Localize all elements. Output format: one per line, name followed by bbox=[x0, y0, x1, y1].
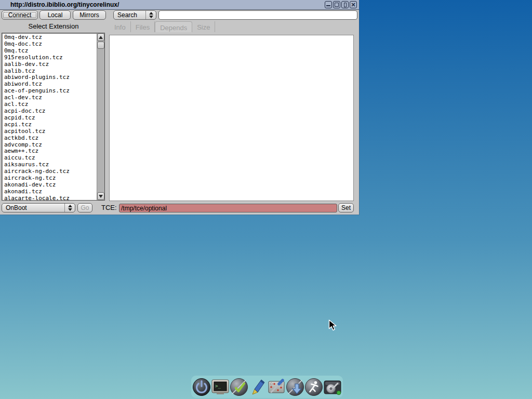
tce-path-input[interactable] bbox=[119, 204, 337, 212]
appbrowser-window: http://distro.ibiblio.org/tinycorelinux/… bbox=[0, 0, 359, 215]
go-button[interactable]: Go bbox=[77, 203, 92, 212]
choice-updown-icon bbox=[145, 11, 156, 19]
window-controls: ✕ bbox=[325, 1, 357, 8]
scroll-down-icon bbox=[99, 195, 103, 198]
list-item[interactable]: actkbd.tcz bbox=[4, 135, 97, 142]
minimize-icon bbox=[326, 5, 330, 6]
shade-icon bbox=[344, 3, 347, 7]
select-extension-header: Select Extension bbox=[0, 21, 107, 32]
search-input[interactable] bbox=[158, 10, 357, 20]
extension-listbox: 0mq-dev.tcz0mq-doc.tcz0mq.tcz915resoluti… bbox=[2, 33, 105, 201]
tce-label: TCE: bbox=[101, 203, 117, 212]
minimize-button[interactable] bbox=[325, 1, 332, 8]
list-item[interactable]: acpi.tcz bbox=[4, 122, 97, 128]
maximize-button[interactable] bbox=[333, 1, 340, 8]
extension-list: 0mq-dev.tcz0mq-doc.tcz0mq.tcz915resoluti… bbox=[2, 33, 97, 200]
onboot-choice[interactable]: OnBoot bbox=[2, 203, 75, 212]
apps-check-icon[interactable] bbox=[230, 377, 248, 397]
mouse-cursor bbox=[328, 320, 338, 332]
list-item[interactable]: acpi-doc.tcz bbox=[4, 108, 97, 115]
choice-updown-icon bbox=[64, 204, 75, 212]
list-item[interactable]: 915resolution.tcz bbox=[4, 55, 97, 61]
search-mode-label: Search bbox=[114, 11, 145, 19]
connect-button[interactable]: Connect bbox=[2, 10, 38, 20]
scroll-up-button[interactable] bbox=[97, 33, 104, 41]
list-item[interactable]: 0mq-dev.tcz bbox=[4, 34, 97, 41]
list-item[interactable]: akonadi.tcz bbox=[4, 189, 97, 195]
editor-pen-icon[interactable] bbox=[248, 377, 267, 397]
list-item[interactable]: 0mq-doc.tcz bbox=[4, 41, 97, 48]
shade-button[interactable] bbox=[341, 1, 349, 8]
mirrors-button[interactable]: Mirrors bbox=[73, 10, 106, 20]
svg-text:>_: >_ bbox=[215, 383, 221, 389]
backup-drive-icon[interactable] bbox=[323, 377, 342, 397]
tab-info[interactable]: Info bbox=[110, 21, 131, 32]
terminal-icon[interactable]: >_ bbox=[211, 377, 230, 397]
dock: >_ bbox=[191, 376, 343, 398]
close-button[interactable]: ✕ bbox=[350, 1, 357, 8]
list-item[interactable]: akonadi-dev.tcz bbox=[4, 182, 97, 189]
detail-content-area bbox=[109, 35, 354, 201]
titlebar[interactable]: http://distro.ibiblio.org/tinycorelinux/… bbox=[0, 0, 359, 10]
tab-files[interactable]: Files bbox=[131, 21, 155, 32]
local-button[interactable]: Local bbox=[39, 10, 71, 20]
maximize-icon bbox=[335, 3, 339, 7]
scroll-down-button[interactable] bbox=[97, 192, 104, 200]
list-item[interactable]: acpitool.tcz bbox=[4, 128, 97, 135]
scrollbar-thumb[interactable] bbox=[97, 42, 104, 49]
list-item[interactable]: 0mq.tcz bbox=[4, 48, 97, 55]
close-icon: ✕ bbox=[351, 2, 355, 8]
tab-depends[interactable]: Depends bbox=[155, 21, 192, 32]
mount-icon[interactable] bbox=[286, 377, 304, 397]
set-button[interactable]: Set bbox=[338, 203, 354, 212]
list-item[interactable]: aircrack-ng.tcz bbox=[4, 175, 97, 182]
list-item[interactable]: acpid.tcz bbox=[4, 115, 97, 122]
tab-size[interactable]: Size bbox=[192, 21, 215, 32]
list-item[interactable]: alacarte-locale.tcz bbox=[4, 195, 97, 201]
power-icon[interactable] bbox=[192, 377, 211, 397]
scroll-up-icon bbox=[99, 36, 103, 39]
window-title: http://distro.ibiblio.org/tinycorelinux/ bbox=[0, 1, 119, 8]
list-scrollbar[interactable] bbox=[97, 33, 104, 200]
onboot-label: OnBoot bbox=[2, 204, 64, 211]
list-item[interactable]: aalib-dev.tcz bbox=[4, 61, 97, 68]
control-panel-icon[interactable] bbox=[267, 377, 286, 397]
detail-tabs: Info Files Depends Size bbox=[110, 21, 215, 32]
search-mode-choice[interactable]: Search bbox=[113, 10, 156, 20]
desktop: { "colors": { "desktop_top": "#1160a8", … bbox=[0, 0, 532, 399]
run-icon[interactable] bbox=[304, 377, 323, 397]
